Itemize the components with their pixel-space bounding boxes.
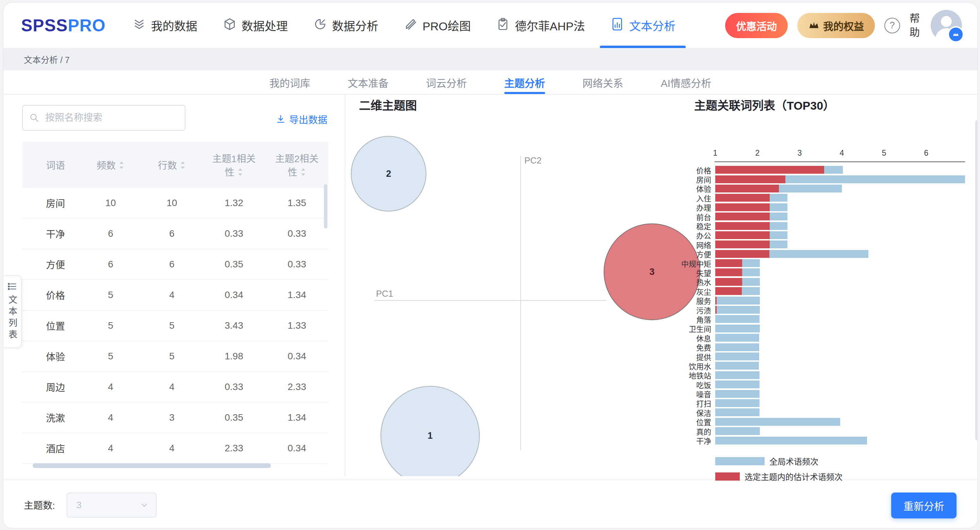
tab-2[interactable]: 文本准备: [348, 70, 388, 94]
table-row[interactable]: 周边440.332.33: [22, 372, 328, 402]
bar-track: [715, 194, 967, 202]
table-row[interactable]: 价格540.341.34: [22, 280, 328, 311]
topic-bubble-2[interactable]: 2: [351, 136, 426, 212]
tab-6[interactable]: AI情感分析: [661, 70, 711, 94]
bar-row[interactable]: 提供: [667, 352, 977, 361]
bar-row[interactable]: 污渍: [667, 305, 977, 314]
bar-track: [715, 176, 967, 183]
sort-caret-icon[interactable]: [180, 161, 186, 172]
bar-row[interactable]: 免费: [667, 342, 977, 351]
export-data-link[interactable]: 导出数据: [275, 112, 327, 126]
bar-row[interactable]: 地铁站: [667, 370, 977, 380]
benefits-button[interactable]: 我的权益: [797, 13, 875, 38]
table-row[interactable]: 酒店442.330.34: [22, 433, 328, 464]
text-list-label: 文本列表: [6, 295, 19, 341]
bar-row[interactable]: 干净: [667, 436, 977, 445]
bar-track: [715, 268, 967, 276]
bar-track: [715, 325, 967, 332]
bar-row[interactable]: 入住: [667, 193, 977, 202]
text-list-side-tab[interactable]: 文本列表: [3, 275, 22, 348]
bar-row[interactable]: 办公: [667, 231, 977, 240]
bar-track: [715, 380, 967, 388]
sort-caret-icon[interactable]: [118, 161, 124, 172]
cell-freq: 10: [80, 198, 141, 208]
column-header-2[interactable]: 频数: [80, 155, 141, 176]
terms-table-header: 词语频数行数主题1相关性主题2相关性: [22, 142, 328, 188]
column-header-4[interactable]: 主题1相关性: [202, 148, 266, 182]
help-question-icon[interactable]: ?: [885, 18, 900, 34]
column-header-3[interactable]: 行数: [141, 155, 202, 176]
table-row[interactable]: 体验551.980.34: [22, 341, 328, 372]
nav-item-2[interactable]: 数据处理: [212, 3, 298, 48]
table-row[interactable]: 洗漱430.351.34: [22, 402, 328, 433]
search-input[interactable]: [45, 112, 185, 124]
bar-track: [715, 427, 967, 435]
nav-item-6[interactable]: 文本分析: [600, 3, 686, 48]
bar-row[interactable]: 真的: [667, 426, 977, 436]
bar-row[interactable]: 网络: [667, 240, 977, 249]
reanalyze-button[interactable]: 重新分析: [891, 493, 956, 519]
bar-row[interactable]: 中规中矩: [667, 259, 977, 268]
bar-row[interactable]: 保洁: [667, 408, 977, 417]
cell-word: 干净: [22, 227, 80, 241]
cell-freq: 4: [80, 412, 141, 423]
bar-selected-topic-frequency: [715, 287, 742, 295]
bar-row[interactable]: 卫生间: [667, 324, 977, 333]
bar-global-frequency: [715, 306, 760, 314]
search-box[interactable]: [22, 105, 185, 131]
bar-row[interactable]: 热水: [667, 277, 977, 286]
header-right-cluster: 优惠活动 我的权益 ? 帮助: [725, 10, 962, 41]
table-row[interactable]: 房间10101.321.35: [22, 188, 328, 219]
tab-5[interactable]: 网络关系: [582, 70, 624, 94]
nav-item-3[interactable]: 数据分析: [303, 3, 388, 48]
tab-4[interactable]: 主题分析: [504, 70, 545, 94]
table-row[interactable]: 位置553.431.33: [22, 311, 328, 341]
bar-selected-topic-frequency: [715, 176, 785, 183]
bar-row[interactable]: 服务: [667, 296, 977, 305]
nav-item-4[interactable]: PRO绘图: [393, 3, 481, 48]
table-horizontal-scrollbar[interactable]: [33, 463, 271, 468]
bar-row[interactable]: 位置: [667, 417, 977, 426]
spsspro-logo[interactable]: SPSSPRO: [21, 16, 106, 35]
bar-row[interactable]: 价格: [667, 165, 977, 174]
table-row[interactable]: 方便660.350.33: [22, 249, 328, 280]
column-header-5[interactable]: 主题2相关性: [266, 148, 328, 182]
bar-row[interactable]: 稳定: [667, 221, 977, 230]
bar-row[interactable]: 吃饭: [667, 380, 977, 389]
bar-row[interactable]: 前台: [667, 212, 977, 221]
table-vertical-scrollbar[interactable]: [324, 184, 327, 228]
promo-button[interactable]: 优惠活动: [725, 13, 788, 38]
bar-row[interactable]: 房间: [667, 174, 977, 184]
bar-row[interactable]: 休息: [667, 333, 977, 342]
help-link[interactable]: 帮助: [910, 11, 921, 39]
bar-track: [715, 222, 967, 230]
column-header-label: 行数: [158, 160, 177, 171]
benefits-label: 我的权益: [823, 18, 864, 33]
bar-row[interactable]: 角落: [667, 314, 977, 324]
bar-row[interactable]: 噪音: [667, 389, 977, 398]
table-row[interactable]: 干净660.330.33: [22, 219, 328, 249]
topic-count-select[interactable]: 3: [67, 493, 156, 518]
nav-item-1[interactable]: 我的数据: [122, 3, 208, 48]
bar-row[interactable]: 失望: [667, 268, 977, 277]
user-avatar[interactable]: [931, 10, 962, 41]
tab-3[interactable]: 词云分析: [426, 70, 467, 94]
tab-1[interactable]: 我的词库: [269, 70, 310, 94]
bar-row[interactable]: 体验: [667, 184, 977, 193]
sort-caret-icon[interactable]: [237, 168, 243, 179]
x-tick-label: 6: [924, 148, 929, 158]
bar-row[interactable]: 打扫: [667, 399, 977, 408]
clipboard-icon: [496, 17, 510, 34]
bar-global-frequency: [715, 334, 759, 342]
bar-row[interactable]: 灰尘: [667, 286, 977, 296]
bar-selected-topic-frequency: [715, 212, 770, 220]
cell-word: 价格: [22, 288, 80, 302]
main-nav: 我的数据数据处理数据分析PRO绘图德尔菲AHP法文本分析: [119, 3, 688, 48]
pc1-axis-line: [375, 300, 606, 301]
bar-row[interactable]: 方便: [667, 249, 977, 259]
bar-row[interactable]: 办理: [667, 203, 977, 212]
topic-bubble-1[interactable]: 1: [380, 386, 480, 476]
nav-item-5[interactable]: 德尔菲AHP法: [485, 3, 595, 48]
bar-row[interactable]: 饮用水: [667, 361, 977, 370]
sort-caret-icon[interactable]: [300, 168, 306, 179]
